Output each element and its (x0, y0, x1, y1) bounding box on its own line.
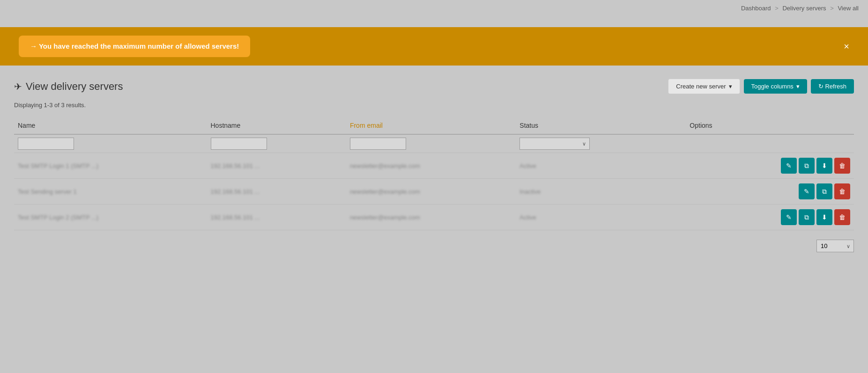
page-title-text: View delivery servers (26, 80, 123, 93)
refresh-label: ↻ Refresh (818, 83, 846, 90)
col-hostname: Hostname (207, 117, 346, 134)
row1-delete-button[interactable]: 🗑 (834, 158, 850, 174)
send-icon: ✈ (14, 81, 22, 92)
row3-from-email: newsletter@example.com (346, 205, 516, 230)
row2-hostname: 192.168.56.101 ... (207, 179, 346, 205)
table-row: Test Sending server 1 192.168.56.101 ...… (14, 179, 854, 205)
table-row: Test SMTP Login 1 (SMTP ...) 192.168.56.… (14, 153, 854, 179)
row2-action-btns: ✎ ⧉ 🗑 (690, 183, 850, 199)
breadcrumb-sep-2: > (830, 5, 835, 12)
alert-close-button[interactable]: × (844, 42, 849, 51)
alert-text: → You have reached the maximum number of… (30, 42, 239, 50)
main-content: ✈ View delivery servers Create new serve… (0, 69, 868, 262)
row3-status: Active (516, 205, 686, 230)
filter-options-cell (686, 134, 854, 153)
row1-from-email: newsletter@example.com (346, 153, 516, 179)
filter-hostname-cell (207, 134, 346, 153)
page-header: ✈ View delivery servers Create new serve… (14, 79, 854, 94)
row2-name: Test Sending server 1 (14, 179, 207, 205)
create-server-dropdown-icon: ▾ (729, 83, 732, 90)
create-server-button[interactable]: Create new server ▾ (668, 79, 740, 94)
create-server-label: Create new server (676, 83, 726, 90)
row2-copy-button[interactable]: ⧉ (816, 183, 832, 199)
filter-from-email-cell (346, 134, 516, 153)
breadcrumb-current: View all (838, 5, 859, 12)
row2-actions: ✎ ⧉ 🗑 (686, 179, 854, 205)
page-title: ✈ View delivery servers (14, 80, 123, 93)
row3-action-btns: ✎ ⧉ ⬇ 🗑 (690, 209, 850, 225)
filter-status-wrap: Active Inactive (519, 138, 590, 150)
row1-status: Active (516, 153, 686, 179)
row1-edit-button[interactable]: ✎ (781, 158, 797, 174)
row1-download-button[interactable]: ⬇ (816, 158, 832, 174)
breadcrumb-sep-1: > (775, 5, 780, 12)
alert-content-box: → You have reached the maximum number of… (19, 36, 250, 57)
col-status: Status (516, 117, 686, 134)
filter-status-cell: Active Inactive (516, 134, 686, 153)
per-page-wrap: 10 25 50 100 (816, 240, 854, 252)
row1-action-btns: ✎ ⧉ ⬇ 🗑 (690, 158, 850, 174)
row3-copy-button[interactable]: ⧉ (799, 209, 815, 225)
row3-edit-button[interactable]: ✎ (781, 209, 797, 225)
breadcrumb-dashboard[interactable]: Dashboard (741, 5, 771, 12)
row2-edit-button[interactable]: ✎ (799, 183, 815, 199)
filter-name-input[interactable] (18, 138, 74, 150)
refresh-button[interactable]: ↻ Refresh (811, 79, 854, 94)
per-page-select[interactable]: 10 25 50 100 (816, 240, 854, 252)
breadcrumb: Dashboard > Delivery servers > View all (741, 5, 859, 12)
row2-delete-button[interactable]: 🗑 (834, 183, 850, 199)
row3-delete-button[interactable]: 🗑 (834, 209, 850, 225)
filter-hostname-input[interactable] (211, 138, 267, 150)
results-text: Displaying 1-3 of 3 results. (14, 102, 854, 109)
row1-name: Test SMTP Login 1 (SMTP ...) (14, 153, 207, 179)
alert-banner: → You have reached the maximum number of… (0, 27, 868, 66)
filter-status-select[interactable]: Active Inactive (519, 138, 590, 150)
filter-row: Active Inactive (14, 134, 854, 153)
row2-status: Inactive (516, 179, 686, 205)
col-name: Name (14, 117, 207, 134)
row3-actions: ✎ ⧉ ⬇ 🗑 (686, 205, 854, 230)
table-header-row: Name Hostname From email Status Options (14, 117, 854, 134)
filter-from-email-input[interactable] (350, 138, 406, 150)
filter-name-cell (14, 134, 207, 153)
row2-from-email: newsletter@example.com (346, 179, 516, 205)
toggle-columns-button[interactable]: Toggle columns ▾ (744, 79, 807, 94)
row1-copy-button[interactable]: ⧉ (799, 158, 815, 174)
row1-hostname: 192.168.56.101 ... (207, 153, 346, 179)
table-row: Test SMTP Login 2 (SMTP ...) 192.168.56.… (14, 205, 854, 230)
toggle-columns-dropdown-icon: ▾ (796, 83, 800, 90)
row3-hostname: 192.168.56.101 ... (207, 205, 346, 230)
row3-download-button[interactable]: ⬇ (816, 209, 832, 225)
breadcrumb-delivery-servers[interactable]: Delivery servers (782, 5, 826, 12)
toggle-columns-label: Toggle columns (751, 83, 794, 90)
row1-actions: ✎ ⧉ ⬇ 🗑 (686, 153, 854, 179)
row3-name: Test SMTP Login 2 (SMTP ...) (14, 205, 207, 230)
header-actions: Create new server ▾ Toggle columns ▾ ↻ R… (668, 79, 854, 94)
col-from-email[interactable]: From email (346, 117, 516, 134)
pagination-row: 10 25 50 100 (14, 240, 854, 252)
data-table: Name Hostname From email Status Options (14, 117, 854, 230)
col-options: Options (686, 117, 854, 134)
